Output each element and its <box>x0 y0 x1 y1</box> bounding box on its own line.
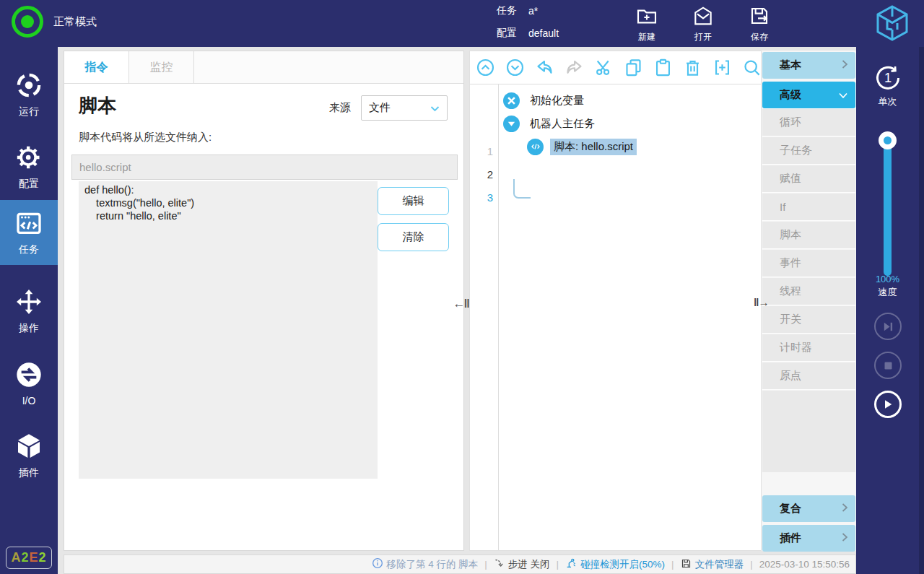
command-group-advanced-label: 高级 <box>780 88 801 102</box>
script-node-icon <box>527 139 544 155</box>
new-folder-icon <box>635 4 658 30</box>
edit-button[interactable]: 编辑 <box>378 187 449 215</box>
command-item-event[interactable]: 事件 <box>762 250 855 277</box>
tree-row-script[interactable]: 脚本: hello.script <box>527 136 637 157</box>
command-group-composite[interactable]: 复合 <box>762 495 855 522</box>
status-bar: 移除了第 4 行的 脚本 | 步进 关闭 | 碰撞检测开启(50%) | 文件管… <box>64 555 856 574</box>
command-item-subtask[interactable]: 子任务 <box>762 137 855 165</box>
command-item-timer[interactable]: 计时器 <box>762 334 855 362</box>
speed-value: 100% <box>856 274 919 284</box>
file-manager-icon <box>681 558 692 571</box>
command-item-assignment[interactable]: 赋值 <box>762 165 855 193</box>
collapse-all-icon[interactable] <box>476 58 495 77</box>
collision-status[interactable]: 碰撞检测开启(50%) <box>565 557 665 571</box>
clear-button[interactable]: 清除 <box>378 223 449 251</box>
command-list-filler <box>762 391 855 472</box>
sidebar-item-run[interactable]: 运行 <box>0 63 58 126</box>
command-group-plugin[interactable]: 插件 <box>762 525 855 552</box>
command-group-basic-label: 基本 <box>780 58 801 72</box>
status-message-text: 移除了第 4 行的 脚本 <box>387 558 479 571</box>
redo-icon[interactable] <box>565 58 584 77</box>
save-task-button[interactable]: 保存 <box>748 4 771 43</box>
open-task-label: 打开 <box>694 31 712 43</box>
speed-slider-handle[interactable] <box>879 131 897 149</box>
config-value: default <box>528 27 559 39</box>
command-item-script[interactable]: 脚本 <box>762 222 855 249</box>
line-number: 1 <box>470 145 493 157</box>
command-group-basic[interactable]: 基本 <box>762 52 855 79</box>
file-manager-link[interactable]: 文件管理器 <box>681 558 744 571</box>
code-line: def hello(): <box>84 183 372 196</box>
tree-row-init-variables[interactable]: 初始化变量 <box>503 90 588 110</box>
chevron-right-icon <box>841 503 848 515</box>
script-file-field[interactable] <box>71 155 458 180</box>
play-button[interactable] <box>874 391 902 418</box>
command-group-advanced[interactable]: 高级 <box>762 82 855 108</box>
panel-drag-handle[interactable]: ‖→ <box>754 296 768 308</box>
chevron-down-icon <box>838 89 848 101</box>
tree-row-robot-main-task[interactable]: 机器人主任务 <box>503 113 598 134</box>
loop-mode-control[interactable]: 1 单次 <box>856 63 919 108</box>
line-number: 3 <box>470 191 493 204</box>
stop-button[interactable] <box>874 352 902 379</box>
new-task-button[interactable]: 新建 <box>635 4 658 43</box>
config-label: 配置 <box>497 27 517 40</box>
undo-icon[interactable] <box>535 58 554 77</box>
page-title: 脚本 <box>79 93 116 118</box>
paste-icon[interactable] <box>653 58 673 77</box>
normal-mode-icon <box>12 6 43 38</box>
step-mode-status[interactable]: 步进 关闭 <box>494 558 550 571</box>
delete-icon[interactable] <box>683 58 702 77</box>
speed-slider-track[interactable] <box>884 137 892 276</box>
copy-icon[interactable] <box>624 58 643 77</box>
save-task-label: 保存 <box>751 31 768 43</box>
command-category-panel: 基本 高级 循环 子任务 赋值 If 脚本 事件 线程 开关 计时器 原点 复合… <box>762 51 856 551</box>
step-next-button[interactable] <box>874 313 902 340</box>
script-description: 脚本代码将从所选文件纳入: <box>79 131 212 144</box>
run-control-column: 1 单次 100% 速度 <box>856 47 924 574</box>
command-item-if[interactable]: If <box>762 193 855 221</box>
command-item-loop[interactable]: 循环 <box>762 109 855 136</box>
tab-monitor[interactable]: 监控 <box>129 51 194 83</box>
sidebar-item-io-label: I/O <box>22 395 36 406</box>
separator: | <box>484 559 487 570</box>
expand-all-icon[interactable] <box>505 58 525 77</box>
source-select[interactable]: 文件 <box>361 95 448 121</box>
sidebar-item-plugin-label: 插件 <box>19 466 39 479</box>
search-icon[interactable] <box>742 58 762 77</box>
io-icon <box>14 360 43 391</box>
chevron-right-icon <box>841 532 848 544</box>
save-icon <box>748 4 771 30</box>
init-var-node-icon <box>503 92 520 109</box>
open-icon <box>692 4 715 30</box>
tab-instruction[interactable]: 指令 <box>64 51 129 83</box>
sidebar-item-plugin[interactable]: 插件 <box>0 424 58 487</box>
command-item-thread[interactable]: 线程 <box>762 278 855 305</box>
panel-collapse-handle[interactable]: ←‖ <box>453 297 468 311</box>
mode-indicator[interactable]: 正常模式 <box>12 6 97 38</box>
collision-icon <box>565 557 577 571</box>
tree-node-label: 初始化变量 <box>526 92 588 109</box>
sidebar-item-config[interactable]: 配置 <box>0 135 58 199</box>
cut-icon[interactable] <box>594 58 614 77</box>
sidebar-item-operate[interactable]: 操作 <box>0 279 58 343</box>
open-task-button[interactable]: 打开 <box>692 4 715 43</box>
command-group-plugin-label: 插件 <box>780 531 801 545</box>
replace-icon[interactable] <box>712 58 732 77</box>
svg-text:1: 1 <box>884 70 891 85</box>
sidebar-item-operate-label: 操作 <box>19 322 39 335</box>
tree-node-label: 机器人主任务 <box>526 116 598 132</box>
command-item-origin[interactable]: 原点 <box>762 362 855 390</box>
file-manager-text: 文件管理器 <box>695 558 744 571</box>
sidebar-item-task[interactable]: 任务 <box>0 200 58 265</box>
task-label: 任务 <box>497 4 517 17</box>
program-tree-panel: 1 2 3 初始化变量 机器人主任务 脚本: hello.script <box>469 51 762 551</box>
separator: | <box>557 559 559 570</box>
command-item-switch[interactable]: 开关 <box>762 306 855 334</box>
script-command-panel: 指令 监控 脚本 来源 文件 脚本代码将从所选文件纳入: def hello()… <box>64 51 464 551</box>
version-badge: A2E2 <box>6 547 52 569</box>
sidebar-item-io[interactable]: I/O <box>0 352 58 415</box>
chevron-down-icon <box>430 102 440 114</box>
tree-connector-line <box>513 179 531 199</box>
move-icon <box>14 287 43 318</box>
